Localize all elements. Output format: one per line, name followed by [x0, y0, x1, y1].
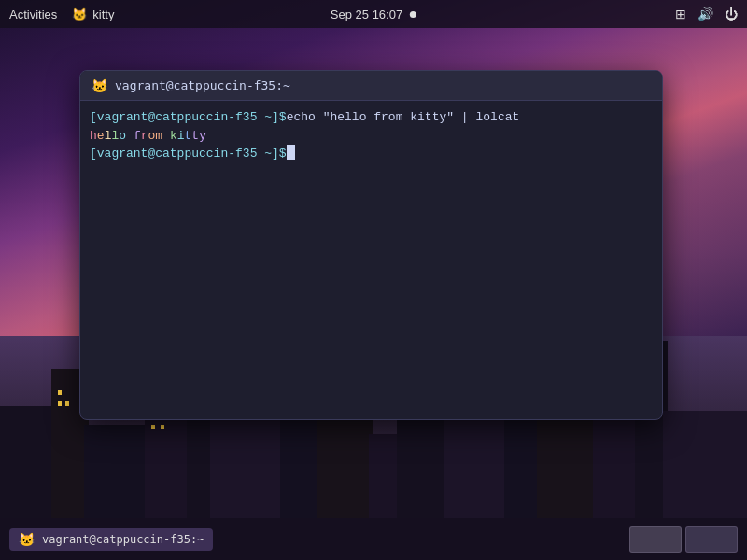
terminal-body[interactable]: [vagrant@catppuccin-f35 ~]$ echo "hello …	[80, 101, 662, 419]
terminal-title: vagrant@catppuccin-f35:~	[115, 78, 290, 92]
prompt-1: [vagrant@catppuccin-f35 ~]$	[90, 108, 287, 127]
command-line: [vagrant@catppuccin-f35 ~]$ echo "hello …	[90, 108, 653, 127]
topbar-left: Activities 🐱 kitty	[9, 7, 114, 21]
notification-dot	[410, 11, 416, 18]
network-icon[interactable]: ⊞	[675, 7, 686, 21]
output-char-k: k	[170, 127, 177, 146]
output-char-sp1	[126, 127, 134, 146]
output-char-om: om	[148, 127, 163, 146]
prompt-line-2: [vagrant@catppuccin-f35 ~]$	[90, 145, 653, 163]
volume-icon[interactable]: 🔊	[698, 7, 713, 21]
lolcat-output-line: h e l l o f r om k i t ty	[90, 127, 653, 146]
taskbar-terminal-label: vagrant@catppuccin-f35:~	[42, 533, 204, 546]
desktop: Activities 🐱 kitty Sep 25 16:07 ⊞ 🔊 ⏻ 🐱 …	[0, 0, 747, 560]
bottombar-btn-1[interactable]	[629, 526, 682, 553]
topbar-center: Sep 25 16:07	[331, 7, 416, 21]
activities-button[interactable]: Activities	[9, 7, 57, 21]
output-char-f: f	[134, 127, 141, 146]
terminal-titlebar: 🐱 vagrant@catppuccin-f35:~	[80, 71, 662, 101]
output-char-o: o	[119, 127, 126, 146]
terminal-cursor	[287, 145, 295, 160]
kitty-app-label: kitty	[92, 7, 114, 21]
topbar: Activities 🐱 kitty Sep 25 16:07 ⊞ 🔊 ⏻	[0, 0, 747, 28]
output-char-e: e	[97, 127, 105, 146]
kitty-taskbar-item[interactable]: 🐱 kitty	[72, 7, 114, 21]
terminal-app-icon: 🐱	[92, 78, 107, 93]
power-icon[interactable]: ⏻	[725, 7, 738, 21]
prompt-2: [vagrant@catppuccin-f35 ~]$	[90, 145, 287, 163]
output-char-i: i	[177, 127, 185, 146]
bottombar: 🐱 vagrant@catppuccin-f35:~	[0, 518, 747, 560]
output-char-l1: l	[105, 127, 112, 146]
taskbar-kitty-icon: 🐱	[19, 532, 35, 547]
kitty-app-icon: 🐱	[72, 7, 87, 21]
topbar-right: ⊞ 🔊 ⏻	[675, 7, 738, 21]
output-char-h: h	[90, 127, 97, 146]
command-text: echo "hello from kitty" | lolcat	[287, 108, 520, 127]
output-char-ty: ty	[191, 127, 206, 146]
output-char-l2: l	[111, 127, 119, 146]
bottombar-btn-2[interactable]	[685, 526, 738, 553]
output-char-t: t	[185, 127, 192, 146]
output-char-r: r	[141, 127, 148, 146]
bottombar-right	[629, 526, 738, 553]
output-char-sp2	[162, 127, 170, 146]
terminal-window[interactable]: 🐱 vagrant@catppuccin-f35:~ [vagrant@catp…	[79, 70, 663, 420]
datetime-label: Sep 25 16:07	[331, 7, 402, 21]
taskbar-terminal-item[interactable]: 🐱 vagrant@catppuccin-f35:~	[9, 528, 213, 551]
